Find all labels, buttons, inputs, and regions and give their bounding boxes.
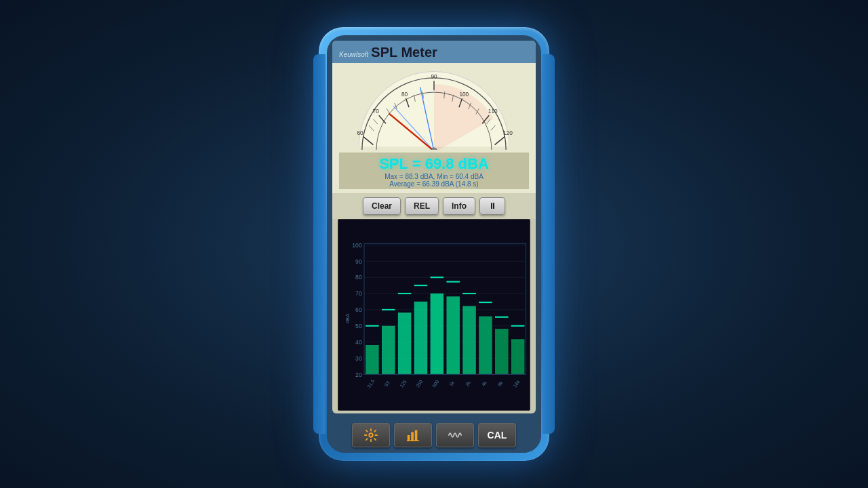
svg-point-57: [369, 433, 373, 437]
pause-button[interactable]: ⏸: [479, 197, 505, 215]
bar-1: [382, 326, 395, 375]
cal-label: CAL: [488, 430, 507, 441]
svg-text:60: 60: [357, 129, 363, 136]
spl-stats: Max = 88.3 dBA, Min = 60.4 dBA: [339, 173, 529, 180]
vu-meter-svg: 60 70 80 90 100: [339, 68, 529, 150]
bar-chart-icon: [406, 428, 420, 443]
svg-text:100: 100: [459, 91, 469, 98]
svg-rect-58: [408, 435, 410, 441]
info-button[interactable]: Info: [443, 197, 475, 215]
device-body: Keuwlsoft SPL Meter: [319, 27, 549, 461]
controls-row: Clear REL Info ⏸: [332, 193, 536, 219]
svg-text:90: 90: [431, 73, 437, 80]
svg-text:60: 60: [355, 306, 362, 313]
svg-text:110: 110: [488, 108, 498, 115]
svg-text:70: 70: [355, 290, 362, 297]
svg-text:70: 70: [373, 108, 380, 115]
meter-area: 60 70 80 90 100: [332, 63, 536, 193]
screen: Keuwlsoft SPL Meter: [332, 41, 536, 413]
rel-button[interactable]: REL: [405, 197, 439, 215]
toolbar: CAL: [327, 419, 541, 453]
bar-4: [431, 293, 444, 374]
cal-button[interactable]: CAL: [478, 423, 516, 447]
bar-2: [398, 312, 412, 374]
spl-display: SPL = 69.8 dBA Max = 88.3 dBA, Min = 60.…: [339, 152, 529, 189]
svg-text:50: 50: [355, 323, 362, 329]
app-header: Keuwlsoft SPL Meter: [332, 41, 536, 63]
bar-6: [462, 306, 476, 374]
bar-9: [511, 339, 525, 374]
bar-5: [446, 296, 460, 374]
svg-text:80: 80: [355, 274, 362, 281]
bar-0: [366, 345, 379, 374]
brand-name: Keuwlsoft: [339, 51, 368, 58]
svg-rect-60: [415, 430, 418, 441]
dba-label: dBA: [344, 313, 351, 323]
svg-text:80: 80: [401, 91, 408, 98]
pause-icon: ⏸: [488, 201, 496, 211]
bar-8: [495, 329, 509, 374]
svg-text:90: 90: [355, 258, 362, 265]
app-title: SPL Meter: [371, 45, 437, 60]
device-inner: Keuwlsoft SPL Meter: [327, 35, 541, 453]
svg-text:20: 20: [355, 371, 362, 378]
svg-rect-59: [411, 432, 414, 441]
spl-avg: Average = 66.39 dBA (14.8 s): [339, 180, 529, 188]
spectrum-chart: 100 90 80 70 60 50 40 30 20 dBA: [338, 219, 530, 411]
waveform-icon: [448, 428, 462, 443]
spl-main-value: SPL = 69.8 dBA: [339, 155, 529, 173]
svg-text:100: 100: [352, 242, 362, 249]
bar-chart-button[interactable]: [394, 423, 432, 447]
settings-button[interactable]: [352, 423, 390, 447]
bar-3: [414, 302, 428, 374]
waveform-button[interactable]: [436, 423, 474, 447]
bar-7: [479, 317, 492, 375]
svg-text:120: 120: [503, 129, 513, 136]
svg-text:40: 40: [355, 339, 362, 346]
settings-icon: [363, 428, 378, 443]
clear-button[interactable]: Clear: [363, 197, 401, 215]
chart-svg: 100 90 80 70 60 50 40 30 20 dBA: [338, 220, 530, 410]
svg-text:30: 30: [355, 355, 362, 362]
